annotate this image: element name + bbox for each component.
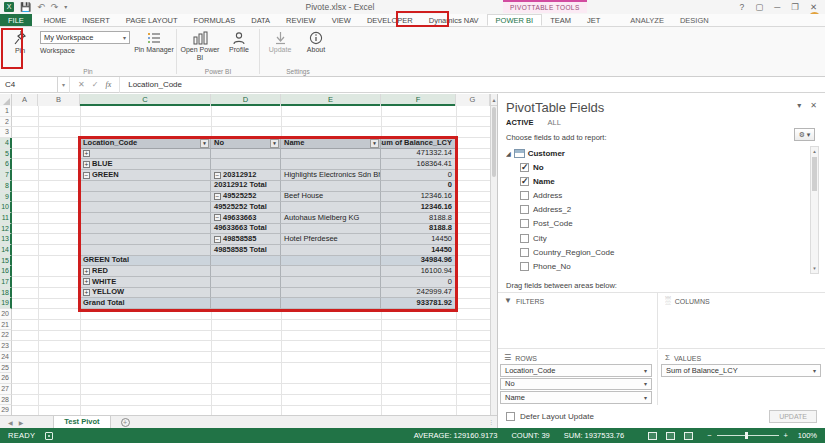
collapse-icon[interactable]: −	[214, 214, 221, 221]
ribbon-tab-formulas[interactable]: FORMULAS	[186, 14, 244, 26]
pivot-cell[interactable]: 8188.8	[381, 213, 456, 224]
row-header-19[interactable]: 19	[0, 298, 12, 309]
name-box-dropdown-icon[interactable]: ▾	[58, 77, 70, 93]
row-header-6[interactable]: 6	[0, 159, 12, 170]
pivot-cell[interactable]: 242999.47	[381, 288, 456, 299]
pivot-cell[interactable]: 49525252 Total	[211, 202, 281, 213]
pivot-cell[interactable]	[80, 234, 211, 245]
field-item-primary_contact_no[interactable]: Primary_Contact_No	[506, 274, 808, 275]
pivot-cell[interactable]: 49633663 Total	[211, 224, 281, 235]
pivot-cell[interactable]: −49633663	[211, 213, 281, 224]
pivot-cell[interactable]: −49858585	[211, 234, 281, 245]
zoom-level[interactable]: 100%	[793, 431, 817, 440]
pivot-cell[interactable]: Highlights Electronics Sdn Bhd	[281, 170, 381, 181]
pivot-cell[interactable]	[80, 202, 211, 213]
ribbon-tab-jet[interactable]: JET	[579, 14, 608, 26]
redo-icon[interactable]: ↷	[51, 2, 59, 12]
column-header-d[interactable]: D	[211, 94, 281, 106]
customize-qat-icon[interactable]: ▾	[64, 2, 67, 12]
zoom-slider-thumb[interactable]	[745, 432, 748, 439]
ribbon-tab-analyze[interactable]: ANALYZE	[622, 14, 672, 26]
select-all-corner[interactable]	[0, 94, 12, 106]
column-header-a[interactable]: A	[12, 94, 38, 106]
pivot-row[interactable]: +471332.14	[80, 149, 456, 160]
pivot-header-location_code[interactable]: Location_Code▾	[80, 138, 211, 149]
values-field-sum-of-balance_lcy[interactable]: Sum of Balance_LCY▾	[661, 364, 821, 377]
field-checkbox[interactable]	[520, 191, 529, 200]
row-header-21[interactable]: 21	[0, 320, 12, 331]
column-header-b[interactable]: B	[38, 94, 80, 106]
field-list-scrollbar[interactable]: ▲ ▼	[810, 146, 819, 274]
pivot-cell[interactable]: GREEN Total	[80, 256, 211, 267]
filter-dropdown-icon[interactable]: ▾	[200, 139, 209, 148]
name-box[interactable]: C4	[0, 77, 58, 93]
pivot-cell[interactable]	[281, 288, 381, 299]
collapse-table-icon[interactable]: ◢	[506, 150, 511, 157]
ribbon-tab-home[interactable]: HOME	[36, 14, 75, 26]
row-header-29[interactable]: 29	[0, 405, 12, 415]
chevron-down-icon[interactable]: ▾	[644, 367, 647, 374]
column-header-f[interactable]: F	[381, 94, 456, 106]
ribbon-tab-dynamics-nav[interactable]: Dynamics NAV	[421, 14, 487, 26]
pivot-cell[interactable]	[281, 202, 381, 213]
scroll-down-icon[interactable]: ▼	[811, 264, 818, 273]
pivot-cell[interactable]: 0	[381, 170, 456, 181]
minimize-icon[interactable]: ─	[774, 2, 780, 12]
pivot-header-name[interactable]: Name▾	[281, 138, 381, 149]
pivot-cell[interactable]: Autohaus Mielberg KG	[281, 213, 381, 224]
column-header-e[interactable]: E	[281, 94, 381, 106]
pivot-cell[interactable]	[80, 224, 211, 235]
zoom-out-icon[interactable]: −	[707, 431, 711, 440]
column-header-g[interactable]: G	[456, 94, 490, 106]
collapse-icon[interactable]: −	[214, 236, 221, 243]
pivot-cell[interactable]: 168364.41	[381, 159, 456, 170]
vertical-scrollbar[interactable]: ▲	[490, 94, 497, 415]
pivot-cell[interactable]: 12346.16	[381, 192, 456, 203]
pivot-cell[interactable]: Hotel Pferdesee	[281, 234, 381, 245]
pivot-cell[interactable]	[80, 192, 211, 203]
row-header-9[interactable]: 9	[0, 192, 12, 203]
row-header-28[interactable]: 28	[0, 395, 12, 406]
ribbon-display-icon[interactable]: ▢	[755, 2, 763, 12]
zoom-slider[interactable]	[717, 435, 779, 436]
collapse-icon[interactable]: −	[214, 193, 221, 200]
rows-field-name[interactable]: Name▾	[500, 391, 652, 404]
pivot-cell[interactable]	[80, 213, 211, 224]
pivot-cell[interactable]	[281, 224, 381, 235]
pivot-cell[interactable]	[211, 256, 281, 267]
cancel-icon[interactable]: ✕	[78, 80, 85, 89]
ribbon-tab-data[interactable]: DATA	[243, 14, 278, 26]
row-header-17[interactable]: 17	[0, 277, 12, 288]
filters-area[interactable]: ▼FILTERS	[498, 293, 658, 349]
ribbon-tab-design[interactable]: DESIGN	[672, 14, 717, 26]
field-checkbox[interactable]	[520, 262, 529, 271]
pivot-cell[interactable]: 12346.16	[381, 202, 456, 213]
field-item-country_region_code[interactable]: Country_Region_Code	[506, 245, 808, 259]
pivot-row[interactable]: +RED16100.94	[80, 266, 456, 277]
field-item-city[interactable]: City	[506, 231, 808, 245]
pivot-row[interactable]: +BLUE168364.41	[80, 159, 456, 170]
pivot-row[interactable]: −49633663Autohaus Mielberg KG8188.8	[80, 213, 456, 224]
defer-checkbox[interactable]	[506, 412, 515, 421]
columns-area[interactable]: ░COLUMNS	[659, 293, 825, 349]
page-layout-view-icon[interactable]	[666, 432, 675, 440]
rows-field-location_code[interactable]: Location_Code▾	[500, 364, 652, 377]
chevron-down-icon[interactable]: ▾	[813, 367, 816, 374]
undo-icon[interactable]: ↶	[37, 2, 45, 12]
pivot-header-sum of balance_lcy[interactable]: Sum of Balance_LCY	[381, 138, 456, 149]
pivot-cell[interactable]: −20312912	[211, 170, 281, 181]
field-checkbox[interactable]	[520, 205, 529, 214]
field-item-post_code[interactable]: Post_Code	[506, 217, 808, 231]
pivot-cell[interactable]	[281, 149, 381, 160]
pivot-cell[interactable]: 49858585 Total	[211, 245, 281, 256]
pivot-cell[interactable]: 16100.94	[381, 266, 456, 277]
row-header-8[interactable]: 8	[0, 181, 12, 192]
row-header-11[interactable]: 11	[0, 213, 12, 224]
new-sheet-icon[interactable]: +	[121, 418, 130, 427]
pivot-row[interactable]: +YELLOW242999.47	[80, 288, 456, 299]
help-icon[interactable]: ?	[739, 2, 744, 12]
pane-tab-all[interactable]: ALL	[548, 118, 561, 127]
rows-area[interactable]: ☰ROWS Location_Code▾No▾Name▾	[498, 350, 658, 405]
update-layout-button[interactable]: UPDATE	[769, 410, 817, 423]
pivot-cell[interactable]: +YELLOW	[80, 288, 211, 299]
